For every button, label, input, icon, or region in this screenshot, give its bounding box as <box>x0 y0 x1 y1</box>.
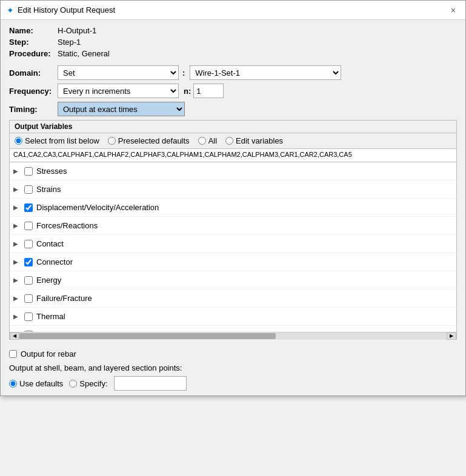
tree-item-label: Contact <box>36 239 64 248</box>
expand-arrow[interactable] <box>13 168 23 174</box>
title-bar-left: ✦ Edit History Output Request <box>7 5 115 15</box>
frequency-select[interactable]: Every n increments <box>58 84 179 98</box>
title-bar: ✦ Edit History Output Request × <box>1 1 465 20</box>
close-button[interactable]: × <box>447 4 459 16</box>
domain-row: Domain: Set : Wire-1-Set-1 <box>9 65 457 80</box>
variables-text-box: CA1,CA2,CA3,CALPHAF1,CALPHAF2,CALPHAF3,C… <box>10 149 456 162</box>
tree-item-checkbox[interactable] <box>24 203 33 212</box>
timing-select[interactable]: Output at exact times <box>58 102 185 116</box>
n-label: n: <box>184 87 191 96</box>
expand-arrow[interactable] <box>13 313 23 320</box>
domain-colon: : <box>182 68 185 78</box>
tree-item-label: Connector <box>36 257 73 266</box>
tree-item-label: Stresses <box>36 167 67 176</box>
step-value: Step-1 <box>58 38 81 47</box>
domain-set-select[interactable]: Wire-1-Set-1 <box>190 65 341 80</box>
domain-label: Domain: <box>9 68 58 78</box>
scroll-right-arrow[interactable]: ▶ <box>447 332 456 340</box>
tree-item: Contact <box>10 235 456 253</box>
tree-container[interactable]: StressesStrainsDisplacement/Velocity/Acc… <box>10 162 456 332</box>
tree-item-label: Failure/Fracture <box>36 294 92 303</box>
specify-option[interactable]: Specify: <box>69 379 107 388</box>
tree-item: Displacement/Velocity/Acceleration <box>10 199 456 217</box>
tree-item: Forces/Reactions <box>10 217 456 235</box>
scroll-thumb[interactable] <box>19 333 276 339</box>
use-defaults-option[interactable]: Use defaults <box>9 379 63 388</box>
timing-row: Timing: Output at exact times <box>9 102 457 116</box>
tree-item-checkbox[interactable] <box>24 258 33 266</box>
step-label: Step: <box>9 38 58 47</box>
n-input[interactable] <box>193 84 224 98</box>
tree-item: Miscellaneous <box>10 326 456 332</box>
procedure-label: Procedure: <box>9 49 58 58</box>
radio-edit[interactable]: Edit variables <box>225 136 283 145</box>
step-row: Step: Step-1 <box>9 38 457 47</box>
output-rebar-checkbox[interactable] <box>9 350 17 358</box>
tree-item-checkbox[interactable] <box>24 185 33 194</box>
radio-row: Select from list below Preselected defau… <box>10 133 456 149</box>
window-title: Edit History Output Request <box>18 5 115 15</box>
bottom-section: Output for rebar Output at shell, beam, … <box>1 345 465 395</box>
name-label: Name: <box>9 26 58 35</box>
main-content: Name: H-Output-1 Step: Step-1 Procedure:… <box>1 20 465 345</box>
expand-arrow[interactable] <box>13 204 23 211</box>
horizontal-scrollbar[interactable]: ◀ ▶ <box>10 332 456 339</box>
output-variables-group: Output Variables Select from list below … <box>9 120 457 340</box>
timing-label: Timing: <box>9 105 58 114</box>
tree-item-label: Forces/Reactions <box>36 221 98 230</box>
tree-item-label: Displacement/Velocity/Acceleration <box>36 203 159 212</box>
specify-input[interactable] <box>114 376 187 391</box>
procedure-value: Static, General <box>58 49 110 58</box>
section-points-label: Output at shell, beam, and layered secti… <box>9 363 457 372</box>
procedure-row: Procedure: Static, General <box>9 49 457 58</box>
scroll-left-arrow[interactable]: ◀ <box>10 332 19 340</box>
tree-item-checkbox[interactable] <box>24 276 33 285</box>
tree-item-label: Thermal <box>36 312 65 321</box>
tree-item: Thermal <box>10 308 456 326</box>
window-icon: ✦ <box>7 5 14 15</box>
section-points-row: Use defaults Specify: <box>9 376 457 391</box>
radio-all[interactable]: All <box>198 136 217 145</box>
expand-arrow[interactable] <box>13 277 23 283</box>
name-row: Name: H-Output-1 <box>9 26 457 35</box>
main-window: ✦ Edit History Output Request × Name: H-… <box>0 0 466 396</box>
tree-item-checkbox[interactable] <box>24 222 33 230</box>
tree-item-checkbox[interactable] <box>24 312 33 321</box>
radio-select-list[interactable]: Select from list below <box>15 136 99 145</box>
output-variables-header: Output Variables <box>10 121 456 133</box>
tree-item: Stresses <box>10 162 456 180</box>
scroll-track[interactable] <box>19 332 447 340</box>
radio-preselected[interactable]: Preselected defaults <box>108 136 190 145</box>
tree-item: Strains <box>10 180 456 199</box>
tree-item: Energy <box>10 271 456 289</box>
tree-item: Failure/Fracture <box>10 289 456 308</box>
expand-arrow[interactable] <box>13 222 23 229</box>
tree-item-checkbox[interactable] <box>24 167 33 176</box>
name-value: H-Output-1 <box>58 26 96 35</box>
expand-arrow[interactable] <box>13 295 23 302</box>
frequency-row: Frequency: Every n increments n: <box>9 84 457 98</box>
expand-arrow[interactable] <box>13 186 23 193</box>
tree-item: Connector <box>10 253 456 271</box>
output-rebar-row: Output for rebar <box>9 349 457 359</box>
tree-item-label: Strains <box>36 185 61 194</box>
expand-arrow[interactable] <box>13 259 23 265</box>
expand-arrow[interactable] <box>13 240 23 247</box>
domain-select[interactable]: Set <box>58 65 179 80</box>
tree-item-label: Energy <box>36 276 61 285</box>
tree-item-checkbox[interactable] <box>24 240 33 248</box>
tree-item-checkbox[interactable] <box>24 294 33 303</box>
output-rebar-label: Output for rebar <box>21 349 76 359</box>
frequency-label: Frequency: <box>9 87 58 96</box>
